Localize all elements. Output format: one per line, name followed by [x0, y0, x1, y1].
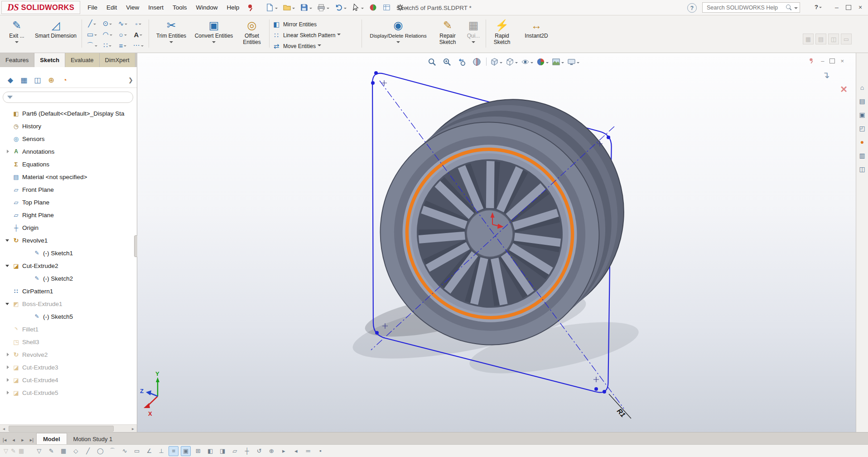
snap-icon[interactable]: ▸	[279, 446, 289, 456]
convert-caret[interactable]	[212, 41, 216, 45]
first-tab-button[interactable]: |◂	[0, 435, 9, 444]
linear-pattern-caret[interactable]	[337, 34, 341, 37]
search-dropdown-caret[interactable]	[794, 7, 798, 11]
tree-item[interactable]: (-) Sketch5	[0, 310, 137, 323]
expand-arrow-icon[interactable]	[5, 351, 11, 358]
hide-show-caret[interactable]	[530, 62, 533, 65]
appearance-caret[interactable]	[546, 62, 549, 65]
view-settings-caret[interactable]	[577, 62, 579, 65]
help-menu-button[interactable]: ?	[815, 4, 822, 10]
expand-arrow-icon[interactable]	[25, 313, 32, 320]
tree-filter-box[interactable]	[3, 92, 133, 103]
sketch-tool-caret[interactable]	[109, 45, 111, 48]
display-style-caret[interactable]	[515, 62, 518, 65]
expand-arrow-icon[interactable]	[5, 237, 11, 244]
tree-item[interactable]: (-) Sketch1	[0, 247, 137, 259]
sketch-tool-caret[interactable]	[125, 24, 127, 26]
move-entities-caret[interactable]	[318, 44, 321, 48]
tree-item[interactable]: Boss-Extrude1	[0, 297, 137, 310]
tree-item[interactable]: Revolve1	[0, 234, 137, 247]
view-orientation-button[interactable]	[489, 56, 503, 68]
quick-snaps-button[interactable]: ▦ Qui...	[463, 17, 484, 52]
design-library-icon[interactable]: ▤	[858, 97, 867, 106]
quick-snaps-caret[interactable]	[472, 41, 475, 45]
sketch-vertex[interactable]	[371, 81, 375, 85]
tab-sketch[interactable]: Sketch	[34, 53, 65, 67]
snap-icon[interactable]: ⊕	[266, 446, 276, 456]
doc-minimize-button[interactable]: –	[821, 58, 824, 64]
open-button[interactable]	[282, 2, 296, 13]
tree-item[interactable]: Top Plane	[0, 196, 137, 209]
view-settings-button[interactable]	[566, 56, 580, 68]
tree-item[interactable]: Part6 (Default<<Default>_Display Sta	[0, 107, 137, 120]
menu-tools[interactable]: Tools	[168, 0, 192, 15]
display-delete-relations-button[interactable]: ◉ Display/Delete Relations	[364, 17, 432, 52]
expand-arrow-icon[interactable]	[5, 110, 11, 117]
menu-file[interactable]: File	[83, 0, 102, 15]
linear-sketch-pattern-button[interactable]: ∷ Linear Sketch Pattern	[272, 30, 361, 41]
prev-tab-button[interactable]: ◂	[9, 435, 18, 444]
snap-icon[interactable]: ∿	[120, 446, 130, 456]
scene-caret[interactable]	[561, 62, 564, 65]
doc-restore-button[interactable]	[829, 58, 835, 63]
menu-view[interactable]: View	[121, 0, 144, 15]
graphics-area[interactable]: R1 Y X Z	[137, 53, 856, 432]
tab-model[interactable]: Model	[36, 433, 67, 444]
expand-arrow-icon[interactable]	[5, 161, 11, 168]
section-view-button[interactable]	[470, 56, 483, 68]
tab-evaluate[interactable]: Evaluate	[65, 53, 100, 67]
expand-arrow-icon[interactable]	[5, 364, 11, 371]
tree-item[interactable]: (-) Sketch2	[0, 272, 137, 285]
offset-entities-button[interactable]: ◎ OffsetEntities	[237, 17, 266, 52]
sketch-tool-caret[interactable]	[95, 45, 97, 48]
minimize-button[interactable]: –	[832, 3, 842, 12]
dimxpertmanager-tab-icon[interactable]: ⊕	[44, 74, 58, 86]
expand-arrow-icon[interactable]	[5, 301, 11, 307]
tree-item[interactable]: Right Plane	[0, 209, 137, 221]
snap-icon[interactable]: ◇	[71, 446, 81, 456]
sketch-tool-button[interactable]: ╱	[84, 18, 100, 29]
mirror-entities-button[interactable]: ◧ Mirror Entities	[272, 19, 361, 30]
open-dropdown-caret[interactable]	[292, 8, 295, 10]
save-button[interactable]	[299, 2, 313, 13]
snap-icon[interactable]: ═	[303, 446, 313, 456]
snap-icon[interactable]: ▣	[181, 446, 191, 456]
snap-icon[interactable]: ◂	[291, 446, 301, 456]
scrollbar-thumb[interactable]	[9, 426, 114, 432]
sketch-tool-button[interactable]: ◦	[130, 18, 146, 29]
sketch-tool-caret[interactable]	[124, 45, 126, 48]
snap-icon[interactable]: ╱	[83, 446, 93, 456]
sketch-tool-caret[interactable]	[93, 24, 96, 26]
undo-button[interactable]	[333, 2, 347, 13]
snap-icon[interactable]: ▱	[230, 446, 240, 456]
sketch-tool-button[interactable]: ⊙	[100, 18, 115, 29]
displaymanager-tab-icon[interactable]: ◔	[58, 74, 72, 86]
sketch-vertex[interactable]	[374, 71, 378, 75]
sketch-tool-button[interactable]: ≡	[115, 40, 130, 51]
snap-icon[interactable]: ✎	[46, 446, 56, 456]
expand-arrow-icon[interactable]	[5, 174, 11, 180]
expand-arrow-icon[interactable]	[5, 326, 11, 333]
apply-scene-button[interactable]	[551, 56, 565, 68]
appearances-scenes-icon[interactable]: ●	[858, 137, 867, 146]
trim-entities-button[interactable]: ✂ Trim Entities	[151, 17, 191, 52]
file-explorer-icon[interactable]: ▣	[858, 110, 867, 119]
hide-show-items-button[interactable]	[520, 56, 534, 68]
sketch-tool-caret[interactable]	[141, 45, 144, 48]
convert-entities-button[interactable]: ▣ Convert Entities	[192, 17, 236, 52]
exit-sketch-caret[interactable]	[15, 41, 19, 45]
menu-insert[interactable]: Insert	[144, 0, 168, 15]
smart-dimension-button[interactable]: ◿ Smart Dimension	[33, 17, 79, 52]
custom-properties-icon[interactable]: ▥	[858, 151, 867, 160]
instant2d-button[interactable]: ↔ Instant2D	[517, 17, 555, 52]
expand-arrow-icon[interactable]	[5, 288, 11, 295]
zoom-fit-button[interactable]	[425, 56, 439, 68]
snap-icon[interactable]: ┼	[242, 446, 252, 456]
tree-item[interactable]: History	[0, 120, 137, 132]
expand-arrow-icon[interactable]	[5, 339, 11, 345]
expand-arrow-icon[interactable]	[5, 389, 11, 396]
forum-icon[interactable]: ◫	[858, 165, 867, 174]
expand-arrow-icon[interactable]	[25, 250, 32, 257]
tree-item[interactable]: Cut-Extrude4	[0, 374, 137, 386]
save-dropdown-caret[interactable]	[309, 8, 312, 10]
